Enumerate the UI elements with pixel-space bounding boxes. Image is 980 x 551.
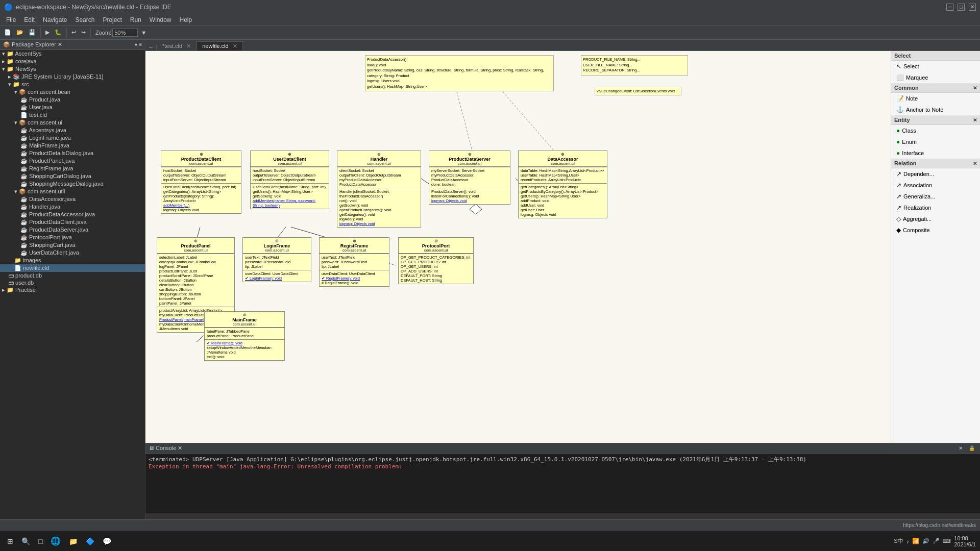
taskbar-start-btn[interactable]: ⊞ bbox=[4, 535, 16, 547]
tree-item-practise[interactable]: ▸ 📁 Practise bbox=[0, 286, 145, 294]
toolbar-run[interactable]: ▶ bbox=[43, 28, 52, 37]
tree-item-util[interactable]: ▾ 📦 com.ascent.util bbox=[0, 188, 145, 195]
tree-item-userdataclient-java[interactable]: ☕ UserDataClient.java bbox=[0, 249, 145, 257]
class-dataaccessor-fields: dataTable: HashMap<String,ArrayList<Prod… bbox=[519, 167, 607, 183]
class-dataaccessor[interactable]: ⊕ DataAccessor com.ascent.ui dataTable: … bbox=[518, 151, 607, 218]
class-loginframe[interactable]: ⊕ LoginFrame com.ascent.ui userText: JTe… bbox=[242, 237, 311, 282]
minimize-button[interactable]: ─ bbox=[946, 4, 953, 11]
tree-item-productdataclient-java[interactable]: ☕ ProductDataClient.java bbox=[0, 218, 145, 226]
toolbar-debug[interactable]: 🐛 bbox=[53, 28, 64, 37]
taskbar-app1-btn[interactable]: 🔷 bbox=[83, 535, 97, 547]
menu-edit[interactable]: Edit bbox=[20, 15, 39, 24]
toolbar-save[interactable]: 💾 bbox=[27, 28, 38, 37]
select-icon: ↖ bbox=[896, 63, 901, 70]
tab-newfile-cld[interactable]: newfile.cld ✕ bbox=[197, 41, 242, 51]
class-protocolport[interactable]: ⊕ ProtocolPort com.ascent.ui OP_GET_PROD… bbox=[398, 237, 474, 284]
tree-item-newsys[interactable]: ▾ 📁 NewSys bbox=[0, 65, 145, 73]
close-button[interactable]: ✕ bbox=[969, 4, 976, 11]
menu-file[interactable]: File bbox=[2, 15, 20, 24]
tree-item-ascentsys[interactable]: ▾ 📁 AscentSys bbox=[0, 50, 145, 58]
palette-item-realization[interactable]: ↗ Realization bbox=[891, 202, 980, 213]
tree-item-product-db[interactable]: 🗃 product.db bbox=[0, 272, 145, 279]
tree-item-dataaccessor-java[interactable]: ☕ DataAccessor.java bbox=[0, 195, 145, 203]
package-explorer-content[interactable]: ▾ 📁 AscentSys ▸ 📁 corejava ▾ 📁 NewSys ▸ … bbox=[0, 50, 145, 519]
console-scroll-lock-btn[interactable]: 🔒 bbox=[967, 444, 977, 452]
tree-item-src[interactable]: ▾ 📁 src bbox=[0, 81, 145, 88]
toolbar-zoom-dropdown[interactable]: ▼ bbox=[139, 29, 149, 37]
class-productdataserver-methods: ProductDataServer(): void listenForConne… bbox=[429, 188, 510, 204]
zoom-input[interactable]: 50% bbox=[112, 29, 138, 37]
tree-item-bean[interactable]: ▾ 📦 com.ascent.bean bbox=[0, 88, 145, 96]
tree-item-productdataserver-java[interactable]: ☕ ProductDataServer.java bbox=[0, 226, 145, 234]
toolbar-new[interactable]: 📄 bbox=[2, 28, 13, 37]
palette-item-composite[interactable]: ◆ Composite bbox=[891, 224, 980, 236]
class-handler[interactable]: ⊕ Handler com.ascent.ui clientSocket: So… bbox=[337, 151, 421, 228]
taskbar-edge-btn[interactable]: 🌐 bbox=[47, 534, 64, 548]
console-header: 🖥 Console ✕ ✕ 🔒 bbox=[145, 443, 980, 454]
palette-item-association[interactable]: ↗ Association bbox=[891, 180, 980, 191]
menu-project[interactable]: Project bbox=[99, 15, 126, 24]
tree-item-corejava[interactable]: ▸ 📁 corejava bbox=[0, 58, 145, 65]
palette-entity-header[interactable]: Entity ✕ bbox=[891, 115, 980, 125]
toolbar-redo[interactable]: ↪ bbox=[79, 28, 88, 37]
tree-item-loginframe-java[interactable]: ☕ LoginFrame.java bbox=[0, 134, 145, 142]
class-productdataserver[interactable]: ⊕ ProductDataServer com.ascent.ui myServ… bbox=[429, 151, 510, 205]
menu-run[interactable]: Run bbox=[126, 15, 145, 24]
palette-item-aggregation[interactable]: ◇ Aggregati... bbox=[891, 213, 980, 224]
console-scroll[interactable] bbox=[145, 513, 980, 519]
tree-item-mainframe-java[interactable]: ☕ MainFrame.java bbox=[0, 142, 145, 149]
palette-item-enum[interactable]: ● Enum bbox=[891, 136, 980, 147]
console-clear-btn[interactable]: ✕ bbox=[957, 444, 965, 452]
tree-item-ascentsys-java[interactable]: ☕ Ascentsys.java bbox=[0, 127, 145, 134]
class-userdataclient[interactable]: ⊕ UserDataClient com.ascent.ui hostSocke… bbox=[250, 151, 329, 209]
taskbar-explorer-btn[interactable]: 📁 bbox=[66, 535, 81, 547]
toolbar-undo[interactable]: ↩ bbox=[69, 28, 78, 37]
taskbar-task-view-btn[interactable]: □ bbox=[35, 535, 45, 547]
tree-item-user-db[interactable]: 🗃 user.db bbox=[0, 279, 145, 286]
menu-search[interactable]: Search bbox=[71, 15, 99, 24]
tab-newfile-cld-close[interactable]: ✕ bbox=[233, 43, 237, 49]
tree-item-jre[interactable]: ▸ 📚 JRE System Library [JavaSE-11] bbox=[0, 73, 145, 81]
diagram-editor[interactable]: ProductDataAccessor() load(): void getPr… bbox=[145, 51, 891, 443]
palette-relation-header[interactable]: Relation ✕ bbox=[891, 159, 980, 168]
palette-common-header[interactable]: Common ✕ bbox=[891, 83, 980, 93]
tree-item-ui[interactable]: ▾ 📦 com.ascent.ui bbox=[0, 119, 145, 127]
tree-item-productdetails-java[interactable]: ☕ ProductDetailsDialog.java bbox=[0, 149, 145, 157]
palette-item-dependency[interactable]: ↗ Dependen... bbox=[891, 168, 980, 180]
class-mainframe[interactable]: ⊕ MainFrame com.ascent.ui tabelPane: JTa… bbox=[204, 311, 285, 361]
taskbar-wechat-btn[interactable]: 💬 bbox=[100, 535, 114, 547]
tree-item-shoppingcart-java[interactable]: ☕ ShoppingCartDialog.java bbox=[0, 172, 145, 180]
taskbar-search-btn[interactable]: 🔍 bbox=[18, 535, 33, 547]
menu-help[interactable]: Help bbox=[176, 15, 197, 24]
tab-test-cld[interactable]: *test.cld ✕ bbox=[157, 41, 197, 51]
class-productdataclient[interactable]: ⊕ ProductDataClient com.ascent.ui hostSo… bbox=[161, 151, 241, 214]
palette-item-class[interactable]: ● Class bbox=[891, 125, 980, 136]
menu-navigate[interactable]: Navigate bbox=[39, 15, 71, 24]
window-title: eclipse-workspace - NewSys/src/newfile.c… bbox=[16, 4, 172, 11]
tab-test-cld-close[interactable]: ✕ bbox=[186, 43, 191, 49]
tree-item-shoppingmsg-java[interactable]: ☕ ShoppingMessageDialog.java bbox=[0, 180, 145, 188]
tree-item-user-java[interactable]: ☕ User.java bbox=[0, 104, 145, 111]
tree-item-product-java[interactable]: ☕ Product.java bbox=[0, 96, 145, 104]
tree-item-productdataaccessor-java[interactable]: ☕ ProductDataAccessor.java bbox=[0, 211, 145, 218]
palette-item-interface[interactable]: ● Interface bbox=[891, 147, 980, 159]
palette-item-marquee[interactable]: ⬜ Marquee bbox=[891, 72, 980, 83]
class-registframe[interactable]: ⊕ RegistFrame com.ascent.ui userText: JT… bbox=[319, 237, 389, 287]
toolbar-open[interactable]: 📂 bbox=[14, 28, 26, 37]
palette-select-header[interactable]: Select bbox=[891, 51, 980, 61]
maximize-button[interactable]: □ bbox=[958, 4, 965, 11]
palette-item-note[interactable]: 📝 Note bbox=[891, 93, 980, 104]
tree-item-productpanel-java[interactable]: ☕ ProductPanel.java bbox=[0, 157, 145, 165]
tab-minimize-icon[interactable]: ─ bbox=[149, 45, 153, 51]
palette-item-anchor[interactable]: ⚓ Anchor to Note bbox=[891, 104, 980, 115]
palette-item-select[interactable]: ↖ Select bbox=[891, 61, 980, 72]
tree-item-shoppingcart2-java[interactable]: ☕ ShoppingCart.java bbox=[0, 241, 145, 249]
tree-item-newfile-cld[interactable]: 📄 newfile.cld bbox=[0, 264, 145, 272]
palette-item-generalization[interactable]: ↗ Generaliza... bbox=[891, 191, 980, 202]
tree-item-handler-java[interactable]: ☕ Handler.java bbox=[0, 203, 145, 211]
tree-item-protocolport-java[interactable]: ☕ ProtocolPort.java bbox=[0, 234, 145, 241]
tree-item-images[interactable]: 📁 images bbox=[0, 257, 145, 264]
tree-item-test-cld[interactable]: 📄 test.cld bbox=[0, 111, 145, 119]
tree-item-registframe-java[interactable]: ☕ RegistFrame.java bbox=[0, 165, 145, 172]
menu-window[interactable]: Window bbox=[145, 15, 176, 24]
